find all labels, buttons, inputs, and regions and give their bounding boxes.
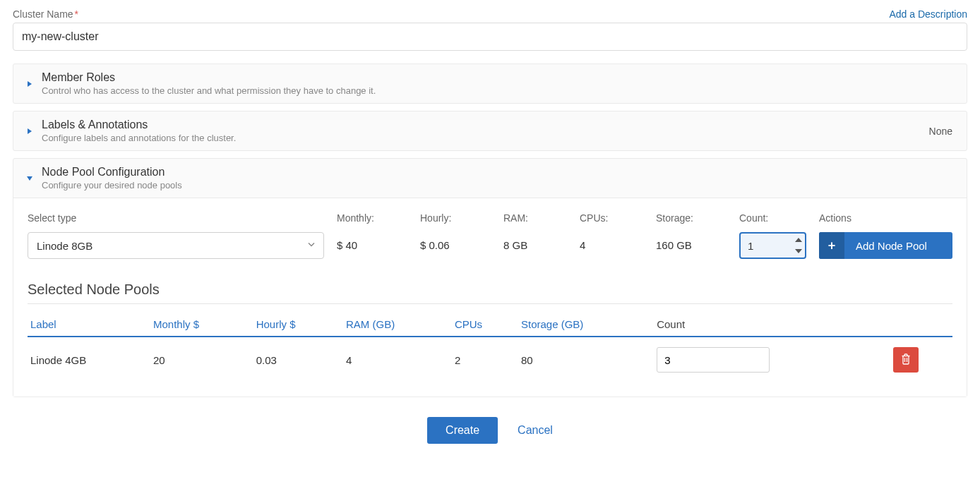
plus-icon: + [819, 232, 844, 259]
col-head-actions: Actions [819, 212, 952, 224]
col-head-count: Count: [739, 212, 806, 224]
create-button[interactable]: Create [427, 417, 498, 444]
cell-ram: 4 [343, 337, 452, 382]
th-label[interactable]: Label [28, 314, 150, 337]
caret-down-icon [23, 175, 36, 182]
svg-marker-2 [27, 176, 32, 181]
col-head-cpus: CPUs: [580, 212, 643, 224]
selected-node-pools-title: Selected Node Pools [28, 282, 952, 298]
chevron-down-icon [306, 240, 316, 252]
section-title: Node Pool Configuration [42, 166, 957, 179]
col-head-hourly: Hourly: [420, 212, 491, 224]
ram-value: 8 GB [503, 232, 567, 259]
hourly-value: $ 0.06 [420, 232, 491, 259]
count-step-up[interactable] [794, 236, 803, 243]
row-count-input[interactable] [657, 347, 770, 373]
caret-right-icon [23, 128, 36, 135]
col-head-monthly: Monthly: [337, 212, 407, 224]
trash-icon [901, 353, 911, 367]
node-pool-add-row: Select type Linode 8GB Monthly: $ 40 Hou… [28, 212, 952, 259]
th-ram[interactable]: RAM (GB) [343, 314, 452, 337]
section-node-pool-config: Node Pool Configuration Configure your d… [13, 158, 967, 397]
section-node-pool-config-header[interactable]: Node Pool Configuration Configure your d… [13, 159, 967, 198]
section-subtitle: Control who has access to the cluster an… [42, 85, 957, 96]
col-head-storage: Storage: [656, 212, 727, 224]
delete-row-button[interactable] [893, 347, 919, 373]
th-cpus[interactable]: CPUs [452, 314, 518, 337]
section-member-roles-header[interactable]: Member Roles Control who has access to t… [13, 64, 967, 103]
cell-cpus: 2 [452, 337, 518, 382]
caret-right-icon [23, 80, 36, 87]
divider [28, 303, 952, 304]
th-monthly[interactable]: Monthly $ [150, 314, 253, 337]
col-head-type: Select type [28, 212, 324, 224]
svg-marker-1 [28, 128, 32, 134]
svg-marker-0 [28, 81, 32, 87]
storage-value: 160 GB [656, 232, 727, 259]
th-count: Count [654, 314, 890, 337]
cell-label: Linode 4GB [28, 337, 150, 382]
monthly-value: $ 40 [337, 232, 407, 259]
cell-storage: 80 [518, 337, 654, 382]
section-right-text: None [929, 126, 957, 137]
th-actions [890, 314, 952, 337]
add-description-link[interactable]: Add a Description [889, 8, 967, 20]
section-member-roles: Member Roles Control who has access to t… [13, 63, 967, 104]
th-hourly[interactable]: Hourly $ [253, 314, 343, 337]
section-labels-annotations-header[interactable]: Labels & Annotations Configure labels an… [13, 111, 967, 150]
type-select[interactable]: Linode 8GB [28, 232, 324, 259]
section-title: Member Roles [42, 71, 957, 84]
svg-marker-4 [795, 249, 802, 253]
cell-monthly: 20 [150, 337, 253, 382]
add-node-pool-button[interactable]: + Add Node Pool [819, 232, 952, 259]
cluster-name-label: Cluster Name* [13, 8, 78, 20]
section-subtitle: Configure your desired node pools [42, 180, 957, 190]
col-head-ram: RAM: [503, 212, 567, 224]
th-storage[interactable]: Storage (GB) [518, 314, 654, 337]
cluster-name-input[interactable] [13, 23, 967, 51]
svg-marker-3 [795, 238, 802, 242]
cell-hourly: 0.03 [253, 337, 343, 382]
cancel-link[interactable]: Cancel [518, 424, 553, 437]
cpus-value: 4 [580, 232, 643, 259]
section-subtitle: Configure labels and annotations for the… [42, 133, 929, 143]
section-labels-annotations: Labels & Annotations Configure labels an… [13, 111, 967, 151]
table-row: Linode 4GB 20 0.03 4 2 80 [28, 337, 952, 382]
count-step-down[interactable] [794, 248, 803, 255]
section-title: Labels & Annotations [42, 119, 929, 131]
selected-pools-table: Label Monthly $ Hourly $ RAM (GB) CPUs S… [28, 314, 952, 382]
